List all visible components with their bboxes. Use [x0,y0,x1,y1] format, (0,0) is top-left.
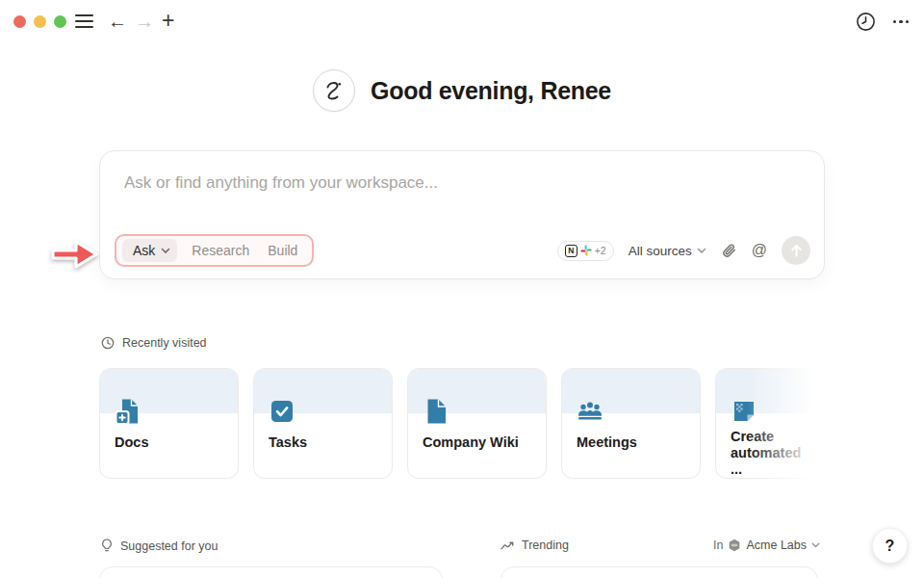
sidebar-toggle-hamburger-icon[interactable] [75,14,93,28]
chevron-down-icon [697,248,706,254]
mode-ask-dropdown[interactable]: Ask [122,239,177,262]
lightbulb-icon [101,539,113,553]
new-tab-plus-icon[interactable]: + [162,7,174,34]
notion-logo-icon: N [565,245,578,257]
trending-header: Trending [500,539,569,552]
page-title: Good evening, Renee [371,77,611,105]
doc-add-icon [115,398,141,425]
connected-sources-pill[interactable]: N +2 [557,241,614,261]
mode-ask-label: Ask [133,243,155,258]
notion-ai-face-icon [313,69,355,112]
traffic-lights[interactable] [13,15,66,28]
trending-up-icon [500,540,514,551]
mode-build-tab[interactable]: Build [268,239,297,262]
greeting-header: Good evening, Renee [0,69,924,112]
history-clock-icon[interactable] [856,12,876,32]
trending-card-stub[interactable] [500,566,818,578]
automation-note-icon [731,398,757,425]
close-window-button[interactable] [13,15,26,28]
recent-card-docs[interactable]: Docs [99,368,239,479]
people-icon [577,398,603,425]
chevron-down-icon [161,248,170,254]
slack-logo-icon [580,245,592,256]
sources-overflow-count: +2 [595,245,606,256]
document-icon [423,398,449,425]
forward-arrow-icon[interactable]: → [135,8,154,35]
task-check-icon [269,398,295,425]
clock-icon [101,336,115,350]
annotation-arrow-icon [48,236,102,273]
send-button[interactable] [782,236,810,265]
mode-research-tab[interactable]: Research [192,239,249,262]
window-toolbar: ← → + [0,0,924,42]
ai-search-card: Ask Research Build N +2 All sources [99,150,825,279]
at-mention-icon[interactable]: @ [752,242,767,259]
minimize-window-button[interactable] [34,15,46,28]
workspace-selector[interactable]: In Acme Labs [713,539,820,552]
recently-visited-row: Docs Tasks Company Wiki Meetings [99,368,825,480]
mode-switcher-highlighted: Ask Research Build [115,234,314,267]
zoom-window-button[interactable] [54,15,66,28]
back-arrow-icon[interactable]: ← [108,8,127,35]
chevron-down-icon [811,542,820,548]
recent-card-tasks[interactable]: Tasks [253,368,393,479]
search-input[interactable] [124,167,702,199]
more-options-ellipsis-icon[interactable] [893,12,910,32]
workspace-logo-icon [728,539,741,552]
help-button[interactable]: ? [872,528,908,564]
paperclip-icon[interactable] [721,243,737,259]
send-arrow-up-icon [790,244,803,257]
suggested-card-stub[interactable] [99,566,443,578]
recent-card-company-wiki[interactable]: Company Wiki [407,368,547,479]
recent-card-create-automated[interactable]: Create automated ... [715,368,825,479]
recently-visited-header: Recently visited [101,336,207,350]
recent-card-meetings[interactable]: Meetings [561,368,701,479]
all-sources-dropdown[interactable]: All sources [629,244,706,258]
suggested-for-you-header: Suggested for you [101,539,218,553]
